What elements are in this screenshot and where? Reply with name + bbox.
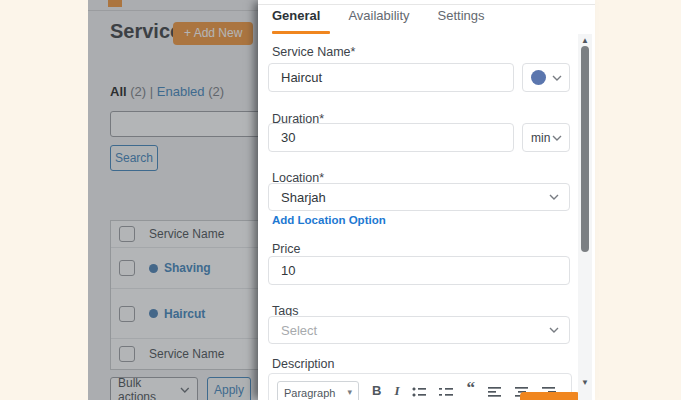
- bullet-list-icon[interactable]: [412, 386, 426, 397]
- tab-general[interactable]: General: [272, 8, 320, 23]
- chevron-down-icon: [552, 75, 562, 81]
- tags-placeholder: Select: [281, 323, 317, 338]
- tags-select[interactable]: Select: [268, 316, 570, 344]
- duration-input[interactable]: [268, 123, 514, 152]
- tab-settings[interactable]: Settings: [438, 8, 485, 23]
- paragraph-style-dropdown[interactable]: Paragraph ▾: [277, 381, 359, 400]
- chevron-down-icon: [549, 194, 559, 200]
- save-button[interactable]: [520, 392, 580, 400]
- service-name-label: Service Name*: [272, 45, 355, 59]
- scrollbar-thumb[interactable]: [581, 46, 589, 252]
- duration-unit-value: min: [531, 131, 550, 145]
- scrollbar-down-arrow-icon[interactable]: ▼: [578, 378, 592, 388]
- duration-unit-dropdown[interactable]: min: [522, 123, 570, 152]
- modal-scrollbar[interactable]: ▲ ▼: [578, 34, 592, 400]
- caret-down-icon: ▾: [347, 388, 352, 397]
- scrollbar-up-arrow-icon[interactable]: ▲: [578, 36, 592, 46]
- blockquote-icon[interactable]: “: [466, 381, 475, 395]
- screenshot-stage: Services + Add New All (2) | Enabled (2)…: [0, 0, 681, 400]
- price-label: Price: [272, 242, 300, 256]
- location-value: Sharjah: [281, 190, 326, 205]
- tab-availability[interactable]: Availability: [348, 8, 409, 23]
- modal-tabs: General Availability Settings: [272, 8, 485, 23]
- numbered-list-icon[interactable]: [439, 386, 453, 397]
- chevron-down-icon: [549, 327, 559, 333]
- location-select[interactable]: Sharjah: [268, 183, 570, 211]
- active-tab-indicator: [272, 31, 330, 34]
- bold-button[interactable]: B: [372, 381, 381, 400]
- align-left-icon[interactable]: [488, 386, 502, 397]
- description-label: Description: [272, 357, 335, 371]
- paragraph-style-value: Paragraph: [284, 387, 335, 399]
- color-picker-dropdown[interactable]: [522, 63, 570, 92]
- service-edit-modal: General Availability Settings Service Na…: [258, 0, 595, 400]
- italic-button[interactable]: I: [394, 381, 399, 400]
- modal-header-strip: [258, 0, 595, 5]
- price-input[interactable]: [268, 256, 570, 285]
- add-location-option-link[interactable]: Add Location Option: [272, 214, 386, 226]
- color-swatch-icon: [531, 70, 546, 85]
- service-name-input[interactable]: [268, 63, 514, 92]
- chevron-down-icon: [552, 135, 562, 141]
